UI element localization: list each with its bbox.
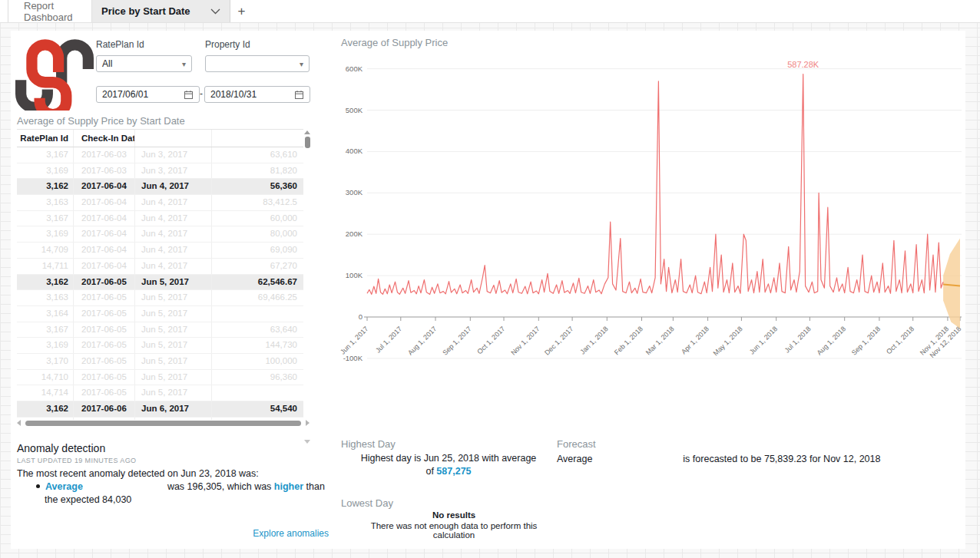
property-dropdown[interactable]: ▾ (205, 55, 310, 72)
cell-value: 63,640 (211, 322, 303, 338)
vertical-scroll-thumb[interactable] (305, 137, 310, 148)
tab-report-dashboard[interactable]: Report Dashboard (8, 0, 92, 22)
x-axis-label: Sep 1, 2018 (850, 325, 882, 356)
add-tab-button[interactable]: + (230, 0, 253, 22)
highest-day-title: Highest Day (341, 438, 396, 450)
cell-value: 54,540 (211, 401, 303, 417)
y-axis-label: 300K (346, 188, 363, 196)
cell-checkin: 2017-06-04 (73, 259, 134, 274)
cell-rateplan: 3,164 (17, 306, 73, 322)
table-row[interactable]: 14,7142017-06-05Jun 5, 2017 (17, 385, 303, 401)
table-row[interactable]: 14,7112017-06-04Jun 4, 201767,270 (17, 259, 303, 275)
anomaly-title: Anomaly detection (17, 442, 105, 454)
col-header-checkin[interactable]: Check-In Date (73, 130, 134, 147)
col-header-value[interactable] (211, 130, 303, 147)
table-row[interactable]: 3,1692017-06-03Jun 3, 201781,820 (17, 163, 303, 180)
scroll-left-icon[interactable] (17, 420, 21, 426)
table-row[interactable]: 3,1672017-06-03Jun 3, 201763,610 (17, 147, 303, 163)
end-date-input[interactable]: 2018/10/31 (204, 86, 310, 103)
table-row[interactable]: 14,7102017-06-05Jun 5, 201796,360 (17, 370, 303, 386)
forecast-text: is forecasted to be 75,839.23 for Nov 12… (683, 454, 880, 464)
calendar-icon[interactable] (184, 90, 194, 100)
x-axis-label: Oct 1, 2018 (885, 325, 915, 355)
cell-checkin: 2017-06-05 (73, 275, 134, 290)
x-axis-label: Apr 1, 2018 (680, 325, 710, 355)
col-header-startdate[interactable] (134, 130, 211, 147)
scroll-down-icon[interactable] (304, 440, 310, 444)
y-axis-label: 600K (346, 64, 363, 73)
chevron-down-icon[interactable] (210, 8, 220, 15)
x-axis-label: Jun 1, 2017 (339, 325, 369, 355)
supply-price-table: RatePlan Id Check-In Date 3,1672017-06-0… (17, 129, 303, 420)
x-axis-label: Jul 1, 2018 (783, 325, 813, 354)
table-row[interactable]: 3,1632017-06-04Jun 4, 201783,412.5 (17, 195, 303, 211)
cell-startdate: Jun 5, 2017 (134, 370, 211, 385)
explore-anomalies-link[interactable]: Explore anomalies (206, 528, 329, 539)
cell-rateplan: 3,169 (17, 338, 73, 353)
cell-value: 56,360 (211, 179, 303, 194)
cell-startdate: Jun 4, 2017 (134, 179, 211, 194)
horizontal-scroll-thumb[interactable] (25, 421, 301, 426)
table-row[interactable]: 3,1622017-06-05Jun 5, 201762,546.67 (17, 275, 303, 291)
table-horizontal-scrollbar[interactable] (17, 419, 310, 427)
cell-rateplan: 3,167 (17, 211, 73, 226)
property-filter-label: Property Id (205, 39, 250, 50)
table-row[interactable]: 3,1672017-06-05Jun 5, 201763,640 (17, 322, 303, 338)
cell-value: 96,360 (211, 370, 303, 385)
scroll-right-icon[interactable] (306, 420, 310, 426)
highest-day-value-link[interactable]: 587,275 (436, 466, 471, 477)
tab-price-by-start-date[interactable]: Price by Start Date (92, 0, 230, 22)
table-vertical-scrollbar[interactable] (304, 130, 310, 444)
table-row[interactable]: 3,1702017-06-05Jun 5, 2017100,000 (17, 354, 303, 370)
highest-day-prefix: of (425, 466, 433, 477)
table-row[interactable]: 3,1692017-06-04Jun 4, 201780,000 (17, 226, 303, 243)
cell-checkin: 2017-06-05 (73, 306, 134, 322)
cell-checkin: 2017-06-04 (73, 243, 134, 258)
cell-value (211, 385, 303, 401)
table-row[interactable]: 3,1642017-06-05Jun 5, 2017 (17, 306, 303, 322)
cell-rateplan: 3,163 (17, 195, 73, 210)
cell-checkin: 2017-06-04 (73, 226, 134, 242)
bullet-icon (36, 484, 40, 488)
cell-checkin: 2017-06-05 (73, 338, 134, 353)
cell-rateplan: 3,169 (17, 163, 73, 179)
anomaly-higher-link[interactable]: higher (274, 481, 303, 492)
x-axis-label: Aug 1, 2017 (406, 325, 438, 356)
table-row[interactable]: 3,1632017-06-05Jun 5, 201769,466.25 (17, 290, 303, 306)
chevron-down-icon: ▾ (300, 60, 303, 68)
tab-label: Report Dashboard (24, 0, 76, 23)
cell-checkin: 2017-06-05 (73, 290, 134, 305)
supply-price-chart[interactable]: 600K500K400K300K200K100K0-100KJun 1, 201… (338, 35, 965, 395)
cell-rateplan: 3,162 (17, 179, 73, 194)
brand-logo (15, 34, 94, 111)
table-row[interactable]: 3,1672017-06-04Jun 4, 201760,000 (17, 211, 303, 227)
rateplan-dropdown[interactable]: All ▾ (96, 55, 192, 72)
y-axis-label: 400K (346, 147, 363, 155)
scroll-up-icon[interactable] (304, 130, 310, 134)
tab-bar-edge (0, 0, 8, 22)
price-line-series[interactable] (367, 74, 943, 295)
table-row[interactable]: 14,7092017-06-04Jun 4, 201769,090 (17, 243, 303, 259)
forecast-band (943, 239, 960, 329)
start-date-input[interactable]: 2017/06/01 (96, 86, 200, 103)
cell-rateplan: 3,170 (17, 354, 73, 369)
rateplan-dropdown-value: All (102, 58, 112, 69)
forecast-lead: Average (557, 454, 592, 464)
lowest-day-no-results: No results (352, 510, 556, 520)
cell-startdate: Jun 5, 2017 (134, 322, 211, 338)
cell-checkin: 2017-06-05 (73, 354, 134, 369)
cell-value: 80,000 (211, 226, 303, 242)
cell-value: 144,730 (211, 338, 303, 353)
col-header-rateplan[interactable]: RatePlan Id (17, 130, 73, 147)
x-axis-label: Aug 1, 2018 (816, 325, 847, 356)
table-row[interactable]: 3,1622017-06-04Jun 4, 201756,360 (17, 179, 303, 195)
x-axis-label: Mar 1, 2018 (644, 325, 676, 356)
calendar-icon[interactable] (294, 90, 304, 100)
cell-startdate: Jun 3, 2017 (134, 147, 211, 163)
cell-checkin: 2017-06-04 (73, 195, 134, 210)
y-axis-label: 500K (346, 106, 363, 114)
cell-value: 63,610 (211, 147, 303, 163)
table-row[interactable]: 3,1692017-06-05Jun 5, 2017144,730 (17, 338, 303, 354)
anomaly-metric-link[interactable]: Average (45, 481, 83, 492)
table-row[interactable]: 3,1622017-06-06Jun 6, 201754,540 (17, 401, 303, 418)
